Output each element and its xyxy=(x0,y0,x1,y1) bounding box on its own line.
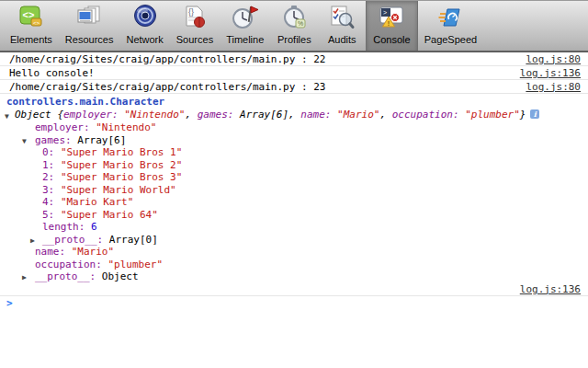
tree-row-4: 4: "Mario Kart" xyxy=(0,196,588,209)
resources-icon xyxy=(74,4,104,33)
object-property-tree: employer: "Nintendo"▼games: Array[6]0: "… xyxy=(0,121,588,283)
property-name: occupation: xyxy=(392,109,465,121)
svg-text:>: > xyxy=(383,9,387,16)
source-link[interactable]: log.js:136 xyxy=(520,283,581,295)
console-icon: > ! xyxy=(377,4,406,33)
property-name: 1: xyxy=(42,159,61,171)
property-value: "Super Mario 64" xyxy=(61,209,158,221)
tab-console[interactable]: > ! Console xyxy=(366,1,417,51)
tab-timeline[interactable]: Timeline xyxy=(220,1,270,51)
svg-text:!: ! xyxy=(388,20,390,27)
log-text: Hello console! xyxy=(9,66,95,80)
property-value: "Mario" xyxy=(72,246,114,258)
property-name: 3: xyxy=(42,184,61,196)
object-label: Object xyxy=(15,109,51,121)
object-preview-line[interactable]: ▼Object {employer: "Nintendo", games: Ar… xyxy=(0,109,588,121)
object-preview-pairs: {employer: "Nintendo", games: Array[6], … xyxy=(57,109,526,121)
tab-audits[interactable]: Audits xyxy=(318,1,366,51)
console-output: /home/craig/Sites/craig/app/controllers/… xyxy=(0,52,588,311)
tab-network[interactable]: Network xyxy=(119,1,169,51)
tab-profiles-label: Profiles xyxy=(277,34,311,45)
object-class-name: controllers.main.Character xyxy=(0,96,588,109)
brace: } xyxy=(520,109,526,121)
tree-row-occupation: occupation: "plumber" xyxy=(0,259,588,271)
pagespeed-icon xyxy=(435,4,465,33)
brace: { xyxy=(57,109,63,121)
property-name: length: xyxy=(42,221,91,233)
property-value: "plumber" xyxy=(465,109,520,121)
property-value: "Super Mario Bros 3" xyxy=(61,171,182,183)
property-name: games: xyxy=(198,109,240,121)
console-message-row: /home/craig/Sites/craig/app/controllers/… xyxy=(0,80,588,94)
profiles-icon: % xyxy=(279,4,309,33)
tree-row-3: 3: "Super Mario World" xyxy=(0,184,588,197)
tree-row-5: 5: "Super Mario 64" xyxy=(0,209,588,222)
tree-row-length: length: 6 xyxy=(0,221,588,234)
source-link[interactable]: log.js:80 xyxy=(526,80,581,94)
property-value: "Nintendo" xyxy=(96,121,156,133)
audits-icon xyxy=(327,4,356,33)
devtools-toolbar: <> <> Elements Resources xyxy=(0,0,588,52)
network-icon xyxy=(130,4,160,33)
source-link[interactable]: log.js:80 xyxy=(526,52,581,66)
svg-text:{}: {} xyxy=(188,7,194,17)
info-icon[interactable]: i xyxy=(530,109,539,119)
property-value: Array[0] xyxy=(109,234,158,246)
timeline-icon xyxy=(231,4,260,33)
property-value: Object xyxy=(102,270,139,282)
disclosure-triangle-collapsed-icon[interactable]: ▶ xyxy=(30,235,35,247)
property-name: 5: xyxy=(42,209,61,221)
property-name: occupation: xyxy=(35,259,107,270)
tab-console-label: Console xyxy=(373,34,410,45)
property-value: "Mario" xyxy=(337,109,379,121)
tab-timeline-label: Timeline xyxy=(226,34,264,45)
tab-resources-label: Resources xyxy=(65,34,114,45)
property-name: __proto__: xyxy=(35,270,102,282)
property-value: Array[6] xyxy=(77,134,126,146)
tab-pagespeed[interactable]: PageSpeed xyxy=(418,1,484,51)
tree-row-__proto__[interactable]: ▶__proto__: Array[0] xyxy=(0,234,588,247)
tree-row-games[interactable]: ▼games: Array[6] xyxy=(0,134,588,147)
property-value: "plumber" xyxy=(107,259,163,270)
property-name: employer: xyxy=(35,121,96,133)
tab-pagespeed-label: PageSpeed xyxy=(424,34,478,45)
property-name: name: xyxy=(35,246,72,258)
property-value: "Super Mario Bros 1" xyxy=(61,146,182,158)
object-link-line: log.js:136 xyxy=(0,283,588,295)
tab-sources[interactable]: {} Sources xyxy=(170,1,220,51)
property-name: name: xyxy=(300,109,337,121)
tab-sources-label: Sources xyxy=(176,34,213,45)
console-prompt[interactable]: > xyxy=(0,296,588,311)
tree-row-2: 2: "Super Mario Bros 3" xyxy=(0,171,588,184)
property-name: games: xyxy=(35,134,77,146)
separator: , xyxy=(379,109,391,121)
disclosure-triangle-expanded-icon[interactable]: ▼ xyxy=(22,135,27,148)
source-link[interactable]: log.js:136 xyxy=(520,66,581,80)
console-message-row: /home/craig/Sites/craig/app/controllers/… xyxy=(0,52,588,66)
sources-icon: {} xyxy=(180,4,209,33)
separator: , xyxy=(288,109,300,121)
svg-text:<>: <> xyxy=(33,20,40,26)
tree-row-__proto__[interactable]: ▶__proto__: Object xyxy=(0,270,588,283)
tab-profiles[interactable]: % Profiles xyxy=(270,1,318,51)
tab-elements-label: Elements xyxy=(10,34,52,45)
property-name: 0: xyxy=(42,146,61,158)
tab-resources[interactable]: Resources xyxy=(59,1,120,51)
property-value: 6 xyxy=(91,221,97,233)
console-message-row: Hello console! log.js:136 xyxy=(0,66,588,80)
prompt-chevron-icon: > xyxy=(6,297,13,309)
console-object-message: controllers.main.Character ▼Object {empl… xyxy=(0,94,588,296)
separator: , xyxy=(185,109,197,121)
tree-row-0: 0: "Super Mario Bros 1" xyxy=(0,146,588,159)
property-value: "Mario Kart" xyxy=(61,196,133,208)
property-name: employer: xyxy=(63,109,124,121)
property-value: Array[6] xyxy=(240,109,288,121)
disclosure-triangle-collapsed-icon[interactable]: ▶ xyxy=(22,271,27,284)
tree-row-name: name: "Mario" xyxy=(0,246,588,259)
property-value: "Super Mario World" xyxy=(61,184,176,196)
property-value: "Nintendo" xyxy=(124,109,185,121)
tab-elements[interactable]: <> <> Elements xyxy=(4,1,59,51)
property-name: 4: xyxy=(42,196,61,208)
elements-icon: <> <> xyxy=(17,4,46,33)
property-value: "Super Mario Bros 2" xyxy=(61,159,182,171)
